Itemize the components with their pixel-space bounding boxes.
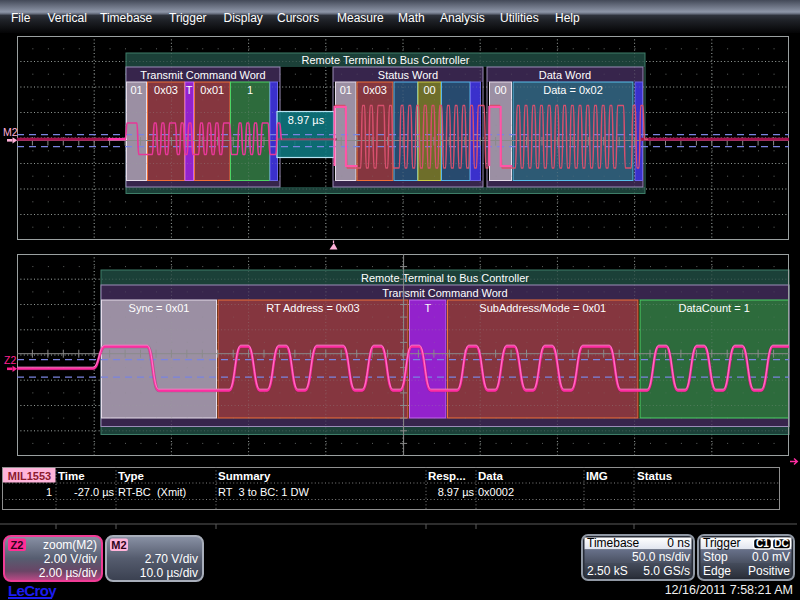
- svg-text:01: 01: [340, 84, 352, 96]
- svg-text:Z2: Z2: [4, 354, 16, 366]
- svg-text:Data Word: Data Word: [539, 69, 591, 81]
- svg-text:0x03: 0x03: [363, 84, 387, 96]
- svg-text:8.97 µs: 8.97 µs: [438, 486, 475, 498]
- svg-text:Measure: Measure: [337, 11, 384, 25]
- svg-text:Transmit Command Word: Transmit Command Word: [382, 287, 507, 299]
- svg-text:Time: Time: [58, 470, 85, 482]
- svg-text:Type: Type: [118, 470, 144, 482]
- svg-text:Data = 0x02: Data = 0x02: [543, 84, 603, 96]
- svg-text:Trigger: Trigger: [703, 536, 741, 550]
- svg-text:Data: Data: [478, 470, 504, 482]
- svg-text:Analysis: Analysis: [440, 11, 485, 25]
- svg-text:Z2: Z2: [11, 539, 24, 551]
- svg-text:Edge: Edge: [703, 564, 731, 578]
- svg-text:T: T: [424, 302, 431, 314]
- svg-text:50.0 ns/div: 50.0 ns/div: [632, 550, 690, 564]
- svg-text:Timebase: Timebase: [100, 11, 153, 25]
- svg-text:File: File: [11, 11, 31, 25]
- svg-text:MIL1553: MIL1553: [8, 470, 51, 482]
- svg-text:Trigger: Trigger: [169, 11, 207, 25]
- svg-text:Cursors: Cursors: [277, 11, 319, 25]
- svg-text:-27.0 µs: -27.0 µs: [74, 486, 114, 498]
- svg-text:0.0 mV: 0.0 mV: [752, 550, 790, 564]
- svg-text:DataCount = 1: DataCount = 1: [679, 302, 750, 314]
- svg-text:RT 3 to BC: 1 DW: RT 3 to BC: 1 DW: [218, 486, 309, 498]
- svg-text:1: 1: [46, 486, 52, 498]
- svg-text:0x0002: 0x0002: [478, 486, 514, 498]
- svg-text:10.0 µs/div: 10.0 µs/div: [140, 566, 198, 580]
- svg-text:2.00 V/div: 2.00 V/div: [44, 552, 97, 566]
- svg-text:12/16/2011 7:58:21 AM: 12/16/2011 7:58:21 AM: [665, 583, 793, 597]
- svg-text:Display: Display: [224, 11, 263, 25]
- svg-text:Status Word: Status Word: [378, 69, 438, 81]
- svg-text:Resp...: Resp...: [428, 470, 466, 482]
- svg-text:00: 00: [423, 84, 435, 96]
- svg-text:Timebase: Timebase: [587, 536, 640, 550]
- svg-text:2.50 kS: 2.50 kS: [587, 564, 628, 578]
- svg-text:01: 01: [130, 84, 142, 96]
- svg-text:Math: Math: [398, 11, 425, 25]
- svg-text:Sync = 0x01: Sync = 0x01: [129, 302, 190, 314]
- svg-text:M2: M2: [3, 126, 18, 138]
- svg-text:Utilities: Utilities: [500, 11, 539, 25]
- svg-text:5.0 GS/s: 5.0 GS/s: [643, 564, 690, 578]
- svg-text:zoom(M2): zoom(M2): [43, 538, 97, 552]
- svg-text:RT-BC (Xmit): RT-BC (Xmit): [118, 486, 186, 498]
- svg-text:00: 00: [494, 84, 506, 96]
- svg-text:C1: C1: [756, 538, 769, 549]
- svg-text:0 ns: 0 ns: [667, 536, 690, 550]
- svg-text:Vertical: Vertical: [48, 11, 87, 25]
- svg-text:8.97 µs: 8.97 µs: [288, 114, 325, 126]
- svg-text:2.70 V/div: 2.70 V/div: [145, 552, 198, 566]
- svg-text:Remote Terminal to Bus Control: Remote Terminal to Bus Controller: [302, 54, 470, 66]
- svg-text:Help: Help: [555, 11, 580, 25]
- svg-text:0x03: 0x03: [154, 84, 178, 96]
- svg-text:Positive: Positive: [748, 564, 790, 578]
- svg-text:M2: M2: [111, 539, 126, 551]
- svg-text:LeCroy: LeCroy: [8, 582, 57, 599]
- svg-text:Remote Terminal to Bus Control: Remote Terminal to Bus Controller: [361, 272, 529, 284]
- svg-text:1: 1: [247, 84, 253, 96]
- svg-text:Stop: Stop: [703, 550, 728, 564]
- svg-text:T: T: [186, 84, 193, 96]
- svg-text:0x01: 0x01: [200, 84, 224, 96]
- svg-text:Status: Status: [637, 470, 672, 482]
- svg-text:IMG: IMG: [586, 470, 608, 482]
- svg-text:2.00 µs/div: 2.00 µs/div: [39, 566, 97, 580]
- svg-text:SubAddress/Mode = 0x01: SubAddress/Mode = 0x01: [479, 302, 606, 314]
- svg-text:Summary: Summary: [218, 470, 271, 482]
- svg-text:DC: DC: [774, 538, 788, 549]
- svg-text:RT Address = 0x03: RT Address = 0x03: [266, 302, 359, 314]
